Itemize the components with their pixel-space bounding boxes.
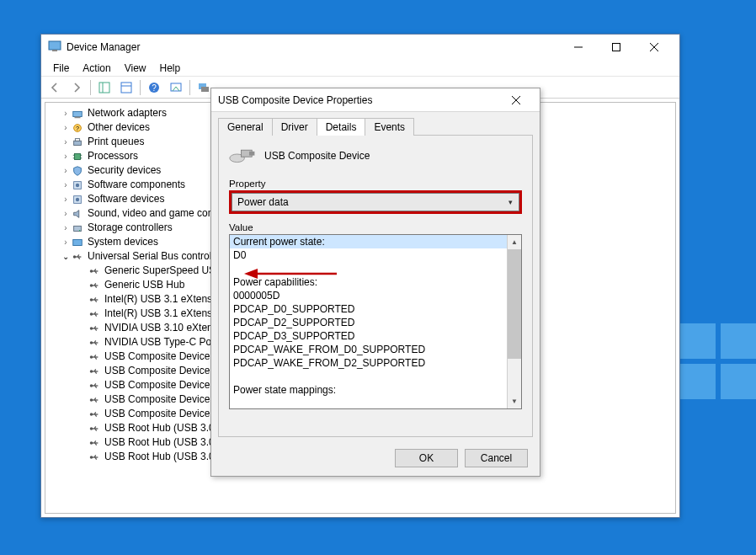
expand-icon[interactable]: › bbox=[61, 106, 71, 120]
scroll-down-button[interactable]: ▼ bbox=[508, 394, 521, 408]
menu-help[interactable]: Help bbox=[153, 61, 188, 76]
svg-rect-32 bbox=[73, 239, 83, 245]
tree-label: USB Composite Device bbox=[104, 392, 210, 407]
expand-icon[interactable]: › bbox=[61, 235, 71, 249]
usb-device-icon bbox=[88, 422, 101, 435]
ok-button[interactable]: OK bbox=[395, 449, 458, 467]
usb-device-icon bbox=[88, 451, 101, 464]
value-label: Value bbox=[229, 222, 522, 232]
svg-rect-97 bbox=[249, 152, 254, 156]
category-icon bbox=[71, 150, 84, 163]
usb-device-icon bbox=[88, 365, 101, 378]
svg-rect-0 bbox=[49, 41, 61, 50]
show-hide-tree-button[interactable] bbox=[94, 78, 114, 97]
expand-icon[interactable]: › bbox=[61, 120, 71, 135]
scan-button[interactable] bbox=[166, 78, 186, 97]
back-button[interactable] bbox=[45, 78, 65, 97]
help-button[interactable]: ? bbox=[144, 78, 164, 97]
expand-icon[interactable]: › bbox=[61, 163, 71, 178]
expand-icon[interactable]: › bbox=[61, 149, 71, 163]
tab-general[interactable]: General bbox=[218, 118, 273, 136]
svg-rect-14 bbox=[201, 87, 209, 92]
tree-label: Generic USB Hub bbox=[104, 278, 184, 292]
tree-label: Security devices bbox=[88, 163, 161, 178]
forward-button[interactable] bbox=[67, 78, 87, 97]
expand-icon[interactable]: › bbox=[61, 135, 71, 149]
title-bar[interactable]: Device Manager bbox=[41, 35, 679, 60]
menu-bar: File Action View Help bbox=[41, 60, 679, 77]
tree-label: Storage controllers bbox=[88, 221, 173, 235]
value-line[interactable]: Power capabilities: bbox=[230, 275, 507, 289]
tree-label: Print queues bbox=[88, 135, 144, 149]
value-line[interactable]: PDCAP_WAKE_FROM_D2_SUPPORTED bbox=[230, 356, 507, 370]
close-button[interactable] bbox=[635, 35, 673, 60]
value-line[interactable]: PDCAP_D2_SUPPORTED bbox=[230, 316, 507, 329]
usb-device-icon bbox=[88, 336, 101, 350]
usb-device-icon bbox=[88, 379, 101, 392]
category-icon bbox=[71, 207, 84, 221]
usb-device-icon bbox=[88, 279, 101, 292]
tree-label: USB Composite Device bbox=[104, 350, 210, 364]
usb-device-icon bbox=[88, 408, 101, 421]
expand-icon[interactable]: › bbox=[61, 178, 71, 192]
menu-file[interactable]: File bbox=[46, 61, 76, 76]
category-icon bbox=[71, 179, 84, 192]
expand-icon[interactable]: › bbox=[61, 192, 71, 206]
svg-rect-16 bbox=[75, 116, 81, 118]
usb-category-icon bbox=[71, 250, 84, 264]
usb-device-icon bbox=[88, 293, 101, 307]
tree-label: USB Root Hub (USB 3.0) bbox=[104, 421, 218, 435]
usb-device-icon bbox=[88, 264, 101, 278]
tab-events[interactable]: Events bbox=[365, 118, 414, 136]
scroll-thumb[interactable] bbox=[508, 249, 521, 359]
property-highlight-box: ▾ bbox=[229, 190, 522, 214]
category-icon bbox=[71, 107, 84, 120]
properties-dialog: USB Composite Device Properties GeneralD… bbox=[210, 88, 540, 477]
tree-label: Software devices bbox=[88, 192, 164, 206]
tab-details-content: USB Composite Device Property ▾ Value Cu… bbox=[218, 136, 533, 437]
svg-rect-20 bbox=[75, 138, 79, 141]
menu-action[interactable]: Action bbox=[76, 61, 117, 76]
value-line[interactable]: Power state mappings: bbox=[230, 383, 507, 397]
dialog-title-bar[interactable]: USB Composite Device Properties bbox=[211, 88, 540, 112]
window-title: Device Manager bbox=[67, 41, 140, 53]
maximize-button[interactable] bbox=[597, 35, 635, 60]
dialog-close-button[interactable] bbox=[499, 88, 533, 111]
svg-rect-6 bbox=[99, 83, 109, 93]
value-line[interactable]: Current power state: bbox=[230, 235, 507, 248]
tree-label: USB Composite Device bbox=[104, 407, 210, 421]
category-icon bbox=[71, 164, 84, 178]
app-icon bbox=[48, 40, 61, 56]
scroll-up-button[interactable]: ▲ bbox=[508, 235, 521, 249]
svg-rect-8 bbox=[121, 83, 131, 93]
expand-icon[interactable]: › bbox=[61, 221, 71, 235]
tree-label: Other devices bbox=[88, 120, 150, 135]
cancel-button[interactable]: Cancel bbox=[465, 449, 528, 467]
value-line[interactable]: PDCAP_D0_SUPPORTED bbox=[230, 302, 507, 316]
scrollbar[interactable]: ▲ ▼ bbox=[507, 235, 521, 408]
minimize-button[interactable] bbox=[559, 35, 597, 60]
category-icon: ? bbox=[71, 121, 84, 135]
tree-label: USB Composite Device bbox=[104, 378, 210, 392]
expand-icon[interactable]: › bbox=[61, 206, 71, 221]
value-line[interactable] bbox=[230, 370, 507, 383]
tab-details[interactable]: Details bbox=[317, 118, 366, 136]
menu-view[interactable]: View bbox=[118, 61, 153, 76]
tab-driver[interactable]: Driver bbox=[272, 118, 317, 136]
dialog-title: USB Composite Device Properties bbox=[218, 94, 372, 106]
tree-label: USB Root Hub (USB 3.0) bbox=[104, 435, 218, 450]
collapse-icon[interactable]: ⌄ bbox=[61, 249, 71, 264]
value-line[interactable] bbox=[230, 262, 507, 275]
value-line[interactable]: PDCAP_D3_SUPPORTED bbox=[230, 329, 507, 343]
value-line[interactable]: PDCAP_WAKE_FROM_D0_SUPPORTED bbox=[230, 343, 507, 356]
usb-device-icon bbox=[88, 350, 101, 364]
value-line[interactable]: 0000005D bbox=[230, 289, 507, 302]
value-listbox[interactable]: Current power state:D0 Power capabilitie… bbox=[229, 234, 522, 409]
svg-rect-19 bbox=[74, 141, 82, 145]
properties-button[interactable] bbox=[116, 78, 136, 97]
value-line[interactable]: D0 bbox=[230, 248, 507, 262]
svg-rect-3 bbox=[612, 44, 620, 51]
windows-logo bbox=[680, 323, 756, 399]
tree-label: Processors bbox=[88, 149, 138, 163]
property-dropdown[interactable] bbox=[232, 193, 519, 211]
